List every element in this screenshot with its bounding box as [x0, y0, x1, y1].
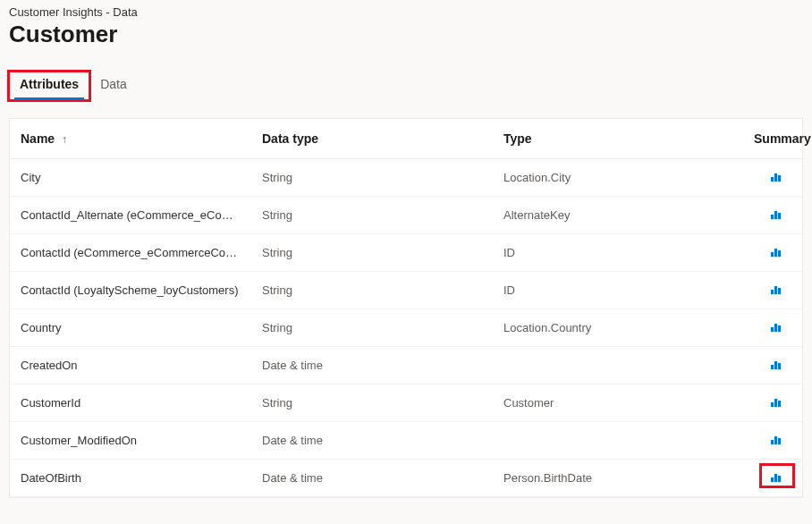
cell-type: ID [493, 234, 743, 272]
cell-data-type: String [251, 234, 493, 272]
table-row[interactable]: CityStringLocation.City [10, 159, 802, 197]
table-row[interactable]: Customer_ModifiedOnDate & time [10, 422, 802, 460]
cell-type [493, 347, 743, 385]
cell-type: ID [493, 272, 743, 309]
cell-type: Person.BirthDate [493, 460, 743, 497]
tab-bar: Attributes Data [9, 72, 803, 98]
column-header-data-type[interactable]: Data type [251, 119, 493, 159]
cell-summary [743, 272, 802, 309]
tab-data-label: Data [100, 77, 127, 91]
column-header-type-label: Type [503, 131, 532, 146]
cell-summary [743, 347, 802, 385]
column-header-data-type-label: Data type [262, 131, 318, 146]
cell-type: Customer [493, 385, 743, 422]
bar-chart-icon[interactable] [769, 210, 782, 221]
cell-name: Country [10, 309, 251, 347]
attributes-table: Name ↑ Data type Type Summary CityStr [10, 119, 802, 497]
cell-type: Location.Country [493, 309, 743, 347]
cell-summary [743, 309, 802, 347]
cell-summary [743, 422, 802, 460]
bar-chart-icon[interactable] [769, 173, 782, 183]
cell-data-type: String [251, 197, 493, 234]
cell-name: ContactId_Alternate (eCommerce_eCommerce… [10, 197, 251, 234]
table-row[interactable]: DateOfBirthDate & timePerson.BirthDate [10, 460, 802, 497]
cell-name: CustomerId [10, 385, 251, 422]
column-header-name-label: Name [21, 131, 55, 146]
bar-chart-icon[interactable] [769, 323, 782, 334]
bar-chart-icon[interactable] [769, 285, 782, 296]
tab-data[interactable]: Data [89, 72, 138, 98]
table-row[interactable]: CustomerIdStringCustomer [10, 385, 802, 422]
tab-attributes-label: Attributes [20, 77, 79, 91]
cell-summary [743, 234, 802, 272]
sort-ascending-icon: ↑ [62, 133, 67, 146]
column-header-name[interactable]: Name ↑ [10, 119, 251, 159]
cell-name: CreatedOn [10, 347, 251, 385]
bar-chart-icon[interactable] [769, 248, 782, 258]
tab-attributes[interactable]: Attributes [9, 72, 89, 98]
cell-name: ContactId (eCommerce_eCommerceContacts) [10, 234, 251, 272]
table-row[interactable]: CreatedOnDate & time [10, 347, 802, 385]
cell-summary [743, 385, 802, 422]
attributes-table-container: Name ↑ Data type Type Summary CityStr [9, 118, 803, 498]
column-header-summary[interactable]: Summary [743, 119, 802, 159]
bar-chart-icon[interactable] [769, 360, 782, 371]
cell-summary [743, 159, 802, 197]
bar-chart-icon[interactable] [769, 435, 782, 446]
cell-data-type: String [251, 159, 493, 197]
cell-type [493, 422, 743, 460]
table-row[interactable]: ContactId (eCommerce_eCommerceContacts)S… [10, 234, 802, 272]
column-header-summary-label: Summary [754, 131, 811, 146]
cell-data-type: String [251, 309, 493, 347]
column-header-type[interactable]: Type [493, 119, 743, 159]
bar-chart-icon[interactable] [769, 398, 782, 409]
cell-data-type: Date & time [251, 422, 493, 460]
table-row[interactable]: ContactId (LoyaltyScheme_loyCustomers)St… [10, 272, 802, 309]
cell-name: ContactId (LoyaltyScheme_loyCustomers) [10, 272, 251, 309]
cell-data-type: Date & time [251, 347, 493, 385]
table-row[interactable]: CountryStringLocation.Country [10, 309, 802, 347]
cell-type: Location.City [493, 159, 743, 197]
cell-summary [743, 197, 802, 234]
breadcrumb[interactable]: Customer Insights - Data [9, 5, 803, 19]
cell-name: DateOfBirth [10, 460, 251, 497]
cell-data-type: String [251, 272, 493, 309]
bar-chart-icon[interactable] [769, 473, 782, 484]
table-row[interactable]: ContactId_Alternate (eCommerce_eCommerce… [10, 197, 802, 234]
cell-data-type: Date & time [251, 460, 493, 497]
cell-name: City [10, 159, 251, 197]
cell-data-type: String [251, 385, 493, 422]
page-title: Customer [9, 21, 803, 48]
cell-name: Customer_ModifiedOn [10, 422, 251, 460]
cell-type: AlternateKey [493, 197, 743, 234]
cell-summary [743, 460, 802, 497]
